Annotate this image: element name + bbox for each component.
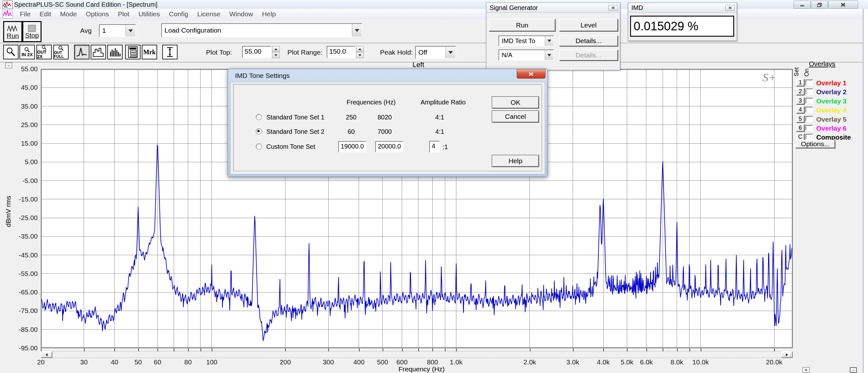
x-tick-50: 50 [134,358,142,366]
y-tick--85: -85.00 [9,326,38,333]
load-configuration-dropdown-arrow[interactable] [352,24,362,37]
overlay-on-checkbox-6[interactable] [805,125,813,131]
x-tickmark-6000 [646,348,647,351]
plot-top-spin-down[interactable] [272,52,280,58]
overlay-set-button-5[interactable]: 5 [796,115,804,123]
window-edge-strip [863,9,868,373]
minimize-button[interactable] [794,1,811,9]
zoom-plus-box[interactable]: + [803,367,810,373]
plot-range-input[interactable]: 150.0 [327,46,355,58]
close-button[interactable] [828,1,858,9]
overlay-on-checkbox-c[interactable] [805,134,813,140]
peak-hold-dropdown-arrow[interactable] [445,46,455,58]
zoom-in-2x-label: IN 2X [21,52,33,57]
generator-source1-combobox[interactable]: IMD Test To [498,35,554,46]
plot-top-spinner[interactable] [272,46,280,58]
load-configuration-combobox[interactable]: Load Configuration [161,23,363,37]
generator-level-button[interactable]: Level [559,19,618,31]
avg-combobox[interactable]: 1 [99,24,136,37]
menu-options[interactable]: Options [82,9,113,19]
menu-file[interactable]: File [15,9,35,19]
overlay-set-button-6[interactable]: 6 [796,124,804,131]
dialog-title: IMD Tone Settings [235,72,290,80]
generator-run-button[interactable]: Run [489,19,555,31]
menu-window[interactable]: Window [225,9,258,19]
imd-meter-close-button[interactable] [725,5,735,11]
plot-top-input[interactable]: 55.00 [242,46,272,58]
y-axis-title: dBmV rms [4,192,12,230]
x-tick-200: 200 [280,358,291,366]
overlay-set-button-1[interactable]: 1 [796,79,804,86]
cancel-button[interactable]: Cancel [492,111,539,123]
peak-hold-combobox[interactable]: Off [415,46,456,59]
document-icon[interactable] [3,10,13,19]
radio-standard-tone-set-2[interactable] [256,128,262,134]
plot-top-spin-up[interactable] [272,46,280,52]
help-button[interactable]: Help [492,155,539,167]
overlay-on-checkbox-2[interactable] [805,89,813,95]
menu-utilities[interactable]: Utilities [134,9,164,19]
menu-mode[interactable]: Mode [56,9,82,19]
scroll-left-arrow[interactable] [41,351,52,358]
bar-display-button[interactable] [107,45,123,59]
x-tickmark-20000 [774,348,775,351]
menu-config[interactable]: Config [164,9,193,19]
generator-source1-dropdown-arrow[interactable] [545,36,553,46]
overlay-set-button-2[interactable]: 2 [796,88,804,95]
zoom-in-2x-button[interactable]: IN 2X [20,45,35,59]
stop-button[interactable]: Stop [22,21,41,42]
zoom-out-2x-button[interactable]: OUT 2X [36,45,52,59]
overlay-set-button-4[interactable]: 4 [796,106,804,113]
y-tick--45: -45.00 [9,251,38,259]
generator-source2-dropdown-arrow[interactable] [545,50,553,60]
generator-source2-combobox[interactable]: N/A [498,50,554,61]
overlays-options-button[interactable]: Options... [796,140,835,148]
restore-button[interactable] [811,1,828,9]
control-panel-button[interactable] [125,45,141,59]
avg-label: Avg [80,27,92,34]
plot-range-spinner[interactable] [356,46,364,58]
markers-button[interactable]: Mrk [142,45,157,59]
overlays-col-set: Set [793,67,800,76]
overlays-col-on: On [803,68,810,76]
zoom-out-full-button[interactable]: OUT FULL [53,45,69,59]
menu-edit[interactable]: Edit [35,9,56,19]
plot-range-spin-down[interactable] [356,52,364,58]
plot-range-spin-up[interactable] [356,46,364,52]
overlay-on-checkbox-4[interactable] [805,107,813,113]
x-tick-400: 400 [353,358,364,366]
zoom-minus-box[interactable]: - [850,367,857,373]
ok-button[interactable]: OK [492,96,539,108]
overlay-set-button-3[interactable]: 3 [796,97,804,104]
menu-help[interactable]: Help [258,9,280,19]
overlay-label-4: Overlay 4 [816,106,847,114]
dialog-close-button[interactable] [517,69,546,79]
tone-set-2-ratio: 4:1 [425,128,454,135]
radio-standard-tone-set-1[interactable] [256,114,262,120]
zoom-button[interactable] [3,45,19,59]
y-tick--75: -75.00 [9,307,38,315]
custom-f2-input[interactable]: 20000.0 [375,141,403,152]
run-button[interactable]: Run [3,21,22,42]
menu-license[interactable]: License [193,9,225,19]
avg-dropdown-arrow[interactable] [125,25,135,36]
generator-details1-button[interactable]: Details... [559,35,618,46]
custom-f1-input[interactable]: 19000.0 [338,141,366,152]
spectrum-peak-icon [76,46,88,58]
overlay-on-checkbox-5[interactable] [805,116,813,122]
menu-plot[interactable]: Plot [113,9,134,19]
narrowband-spectrum-button[interactable] [74,45,89,59]
octave-display-button[interactable] [91,45,106,59]
signal-generator-close-button[interactable] [608,5,618,11]
overlay-on-checkbox-1[interactable] [805,80,813,86]
overlay-on-checkbox-3[interactable] [805,98,813,104]
x-tick-600: 600 [396,358,407,366]
scroll-right-arrow[interactable] [781,351,793,358]
plot-h-scrollbar[interactable] [41,351,793,358]
amplitude-ruler-button[interactable] [162,45,178,59]
custom-ratio-input[interactable]: 4 [429,141,440,153]
radio-custom-tone-set[interactable] [256,144,262,150]
signal-generator-titlebar[interactable]: Signal Generator [486,3,620,13]
imd-meter-titlebar[interactable]: IMD [628,3,737,13]
overlay-set-button-c[interactable]: C [796,133,804,141]
